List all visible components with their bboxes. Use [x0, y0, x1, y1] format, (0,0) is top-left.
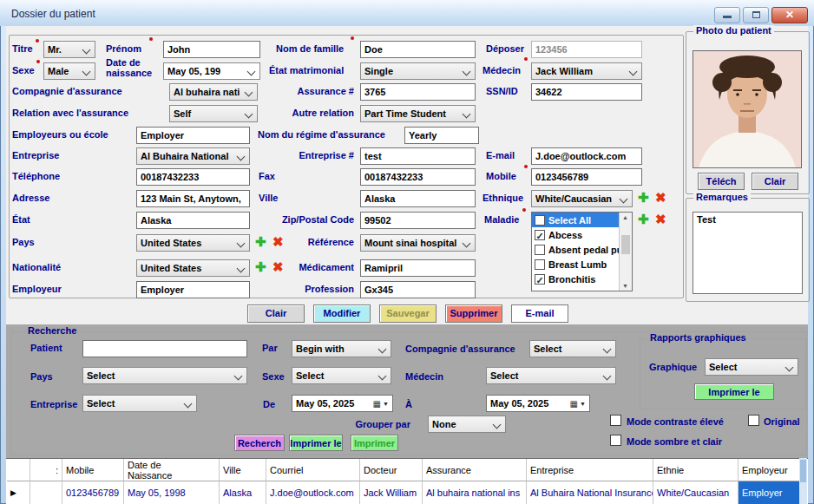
supprimer-button[interactable]: Supprimer [445, 304, 502, 323]
email-button[interactable]: E-mail [511, 304, 568, 323]
grouper-par-label: Grouper par [350, 419, 410, 429]
scroll-up-icon[interactable]: ▲ [622, 214, 628, 220]
prenom-input[interactable]: John [163, 41, 260, 58]
table-cell[interactable]: May 05, 1998 [124, 481, 220, 504]
table-scrollbar[interactable] [799, 458, 807, 504]
checkbox-icon[interactable] [535, 230, 545, 240]
sexe-label: Sexe [12, 65, 35, 75]
search-medecin-select[interactable]: Select [486, 367, 616, 384]
search-entreprise-select[interactable]: Select [82, 395, 197, 412]
assurance-num-input[interactable]: 3765 [360, 83, 476, 101]
list-item[interactable]: Absent pedal pu [532, 242, 632, 257]
imprimer-le-button[interactable]: Imprimer le [289, 435, 343, 451]
table-cell[interactable]: Al Buhaira National Insurance [527, 481, 653, 504]
mode-sombre-checkbox[interactable] [610, 435, 621, 446]
row-selector-marker[interactable]: ▶ [7, 481, 30, 504]
maladie-scrollbar[interactable]: ▲ ▼ [619, 213, 632, 291]
minimize-button[interactable] [714, 7, 740, 23]
reference-select[interactable]: Mount sinai hospital [360, 234, 476, 252]
list-item[interactable]: Select All [532, 213, 632, 227]
required-marker [524, 165, 528, 168]
search-de-datepicker[interactable]: May 05, 2025▦▼ [292, 395, 393, 412]
telech-button[interactable]: Téléch [698, 173, 745, 190]
employeurs-ecole-input[interactable]: Employer [136, 127, 250, 144]
original-checkbox[interactable] [748, 415, 759, 426]
column-header: Entreprise [527, 459, 653, 481]
calendar-icon[interactable]: ▦ [373, 399, 381, 409]
ville-input[interactable]: Alaska [360, 190, 476, 207]
graph-imprimer-le-button[interactable]: Imprimer le [694, 383, 774, 400]
scrollbar-thumb[interactable] [621, 235, 630, 254]
modifier-button[interactable]: Modifier [313, 304, 371, 323]
calendar-drop-icon[interactable]: ▼ [580, 401, 586, 407]
calendar-icon[interactable]: ▦ [570, 399, 578, 409]
titre-select[interactable]: Mr. [43, 41, 95, 58]
table-cell[interactable]: Al buhaira national ins [423, 481, 527, 504]
checkbox-icon[interactable] [535, 259, 545, 270]
remarques-textarea[interactable]: Test [693, 212, 803, 294]
table-cell[interactable]: Jack William [360, 481, 423, 504]
table-cell[interactable]: White/Caucasian [653, 481, 739, 504]
date-naissance-select[interactable]: May 05, 199 [163, 62, 260, 80]
checkbox-icon[interactable] [535, 215, 545, 226]
search-pays-select[interactable]: Select [82, 367, 247, 384]
list-item[interactable]: Bronchitis [532, 272, 632, 286]
medicament-input[interactable]: Ramipril [360, 259, 476, 277]
calendar-drop-icon[interactable]: ▼ [383, 401, 389, 407]
imprimer-button[interactable]: Imprimer [351, 435, 398, 451]
add-maladie-icon[interactable]: ✚ [638, 213, 649, 226]
table-cell[interactable]: Alaska [220, 481, 266, 504]
photo-clair-button[interactable]: Clair [752, 173, 798, 190]
table-row[interactable]: ▶ 0123456789 May 05, 1998 Alaska J.doe@o… [7, 481, 805, 504]
maximize-button[interactable] [743, 7, 769, 23]
profession-input[interactable]: Gx345 [360, 281, 476, 298]
search-a-datepicker[interactable]: May 05, 2025▦▼ [486, 395, 590, 412]
search-patient-input[interactable] [82, 340, 247, 357]
table-cell[interactable]: J.doe@outlock.com [266, 481, 360, 504]
table-cell[interactable] [30, 481, 62, 504]
autre-relation-select[interactable]: Part Time Student [360, 105, 476, 122]
mobile-input[interactable]: 0123456789 [531, 168, 642, 186]
table-cell-selected[interactable]: Employer [739, 481, 805, 504]
clair-button[interactable]: Clair [247, 304, 305, 323]
list-item[interactable]: Abcess [532, 227, 632, 242]
adresse-input[interactable]: 123 Main St, Anytown, [136, 190, 250, 207]
search-compagnie-select[interactable]: Select [529, 340, 616, 357]
entreprise-num-input[interactable]: test [360, 147, 476, 165]
search-sexe-select[interactable]: Select [292, 367, 391, 384]
telephone-input[interactable]: 00187432233 [136, 168, 250, 186]
checkbox-icon[interactable] [535, 245, 545, 255]
medecin-select[interactable]: Jack William [531, 62, 642, 80]
list-item[interactable]: Breast Lumb [532, 257, 632, 272]
grouper-par-select[interactable]: None [428, 416, 506, 433]
search-pays-label: Pays [30, 371, 53, 382]
sauvegar-button[interactable]: Sauvegar [379, 304, 437, 323]
email-input[interactable]: J.doe@outlock.com [531, 147, 642, 165]
delete-ethnique-icon[interactable]: ✖ [655, 191, 666, 205]
fax-input[interactable]: 00187432233 [360, 168, 476, 186]
maladie-listbox[interactable]: Select All Abcess Absent pedal pu Breast… [531, 212, 633, 291]
add-ethnique-icon[interactable]: ✚ [638, 191, 649, 205]
search-par-select[interactable]: Begin with [292, 340, 391, 357]
etat-matrimonial-select[interactable]: Single [360, 62, 476, 80]
close-button[interactable]: ✕ [771, 7, 808, 23]
date-naissance-label: Date de [106, 57, 141, 68]
regime-assurance-input[interactable]: Yearly [404, 127, 479, 144]
title-bar[interactable]: Dossier du patient ✕ [0, 0, 814, 26]
graphique-select[interactable]: Select [705, 358, 798, 376]
sexe-select[interactable]: Male [43, 62, 95, 80]
mode-contraste-checkbox[interactable] [610, 415, 621, 426]
scroll-down-icon[interactable]: ▼ [622, 283, 628, 289]
nom-famille-input[interactable]: Doe [360, 41, 476, 58]
ssn-input[interactable]: 34622 [531, 83, 642, 101]
ethnique-select[interactable]: White/Caucasian [531, 190, 633, 207]
search-entreprise-label: Entreprise [30, 399, 77, 409]
delete-maladie-icon[interactable]: ✖ [655, 213, 666, 226]
chevron-down-icon [82, 68, 91, 76]
required-marker [149, 37, 153, 41]
checkbox-icon[interactable] [535, 274, 545, 285]
scrollbar-thumb[interactable] [800, 460, 806, 482]
zip-input[interactable]: 99502 [360, 212, 476, 229]
recherch-button[interactable]: Recherch [234, 435, 285, 451]
table-cell[interactable]: 0123456789 [62, 481, 124, 504]
